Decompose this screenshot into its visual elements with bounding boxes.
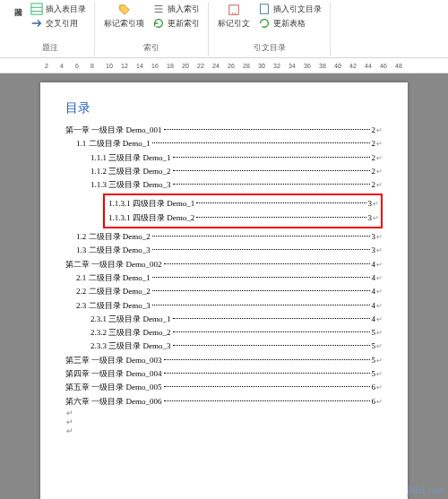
- insert-table-toc-label: 插入表目录: [46, 4, 86, 15]
- ribbon-group-caption: 阅读器 插入表目录 交叉引用 题注: [5, 2, 95, 56]
- paragraph-mark-icon: ↵: [66, 417, 383, 426]
- toc-entry-label: 1.1.1 三级目录 Demo_1: [90, 151, 171, 165]
- toc-entry-level3[interactable]: 1.1.3 三级目录 Demo_32↵: [90, 178, 383, 192]
- toc-entry-level2[interactable]: 1.1 二级目录 Demo_12↵: [76, 137, 383, 151]
- group-label-citation: 引文目录: [254, 42, 286, 56]
- toc-leader-dots: [164, 386, 370, 387]
- toc-leader-dots: [173, 318, 370, 319]
- highlight-annotation: 1.1.3.1 四级目录 Demo_13↵1.1.3.1 四级目录 Demo_2…: [103, 194, 383, 228]
- toc-entry-label: 1.1.3.1 四级目录 Demo_2: [108, 211, 194, 225]
- cross-ref-icon: [30, 17, 43, 30]
- toc-entry-label: 第六章 一级目录 Demo_006: [65, 395, 162, 409]
- toc-entry-label: 1.1.3 三级目录 Demo_3: [90, 178, 171, 192]
- tag-icon: [118, 4, 131, 16]
- toc-entry-level1[interactable]: 第二章 一级目录 Demo_0024↵: [65, 258, 383, 271]
- mark-index-button[interactable]: 标记索引项: [102, 2, 146, 31]
- toc-entry-level1[interactable]: 第六章 一级目录 Demo_0066↵: [65, 395, 383, 409]
- horizontal-ruler[interactable]: 2468101214161820222426283032343638404244…: [0, 58, 448, 73]
- toc-page-number: 6: [372, 395, 376, 409]
- toc-entry-level4[interactable]: 1.1.3.1 四级目录 Demo_13↵: [108, 197, 379, 211]
- toc-entry-level2[interactable]: 2.2 二级目录 Demo_24↵: [76, 285, 383, 298]
- toc-entry-label: 第五章 一级目录 Demo_005: [65, 381, 162, 394]
- toc-entry-level2[interactable]: 1.2 二级目录 Demo_23↵: [76, 230, 383, 244]
- ruler-tick: 14: [136, 63, 143, 69]
- mark-index-label: 标记索引项: [104, 18, 144, 30]
- toc-entry-level3[interactable]: 2.3.1 三级目录 Demo_14↵: [90, 313, 383, 326]
- paragraph-mark-icon: ↵: [376, 166, 383, 178]
- svg-text:,,: ,,: [232, 6, 237, 15]
- toc-entry-level2[interactable]: 2.3 二级目录 Demo_34↵: [76, 299, 383, 313]
- mark-citation-button[interactable]: ,,标记引文: [216, 2, 252, 31]
- paragraph-mark-icon: ↵: [376, 245, 383, 257]
- ruler-tick: 10: [106, 63, 113, 69]
- toc-page-number: 2: [372, 124, 376, 137]
- toc-title: 目录: [65, 100, 383, 116]
- toc-entry-label: 1.1.3.1 四级目录 Demo_1: [108, 197, 194, 211]
- toc-entry-level4[interactable]: 1.1.3.1 四级目录 Demo_23↵: [108, 211, 379, 225]
- toc-leader-dots: [173, 331, 370, 332]
- insert-index-button[interactable]: 插入索引: [151, 2, 201, 16]
- paragraph-mark-icon: ↵: [373, 198, 379, 211]
- refresh-icon: [258, 17, 271, 30]
- ruler-tick: 42: [349, 63, 357, 69]
- toc-entry-level3[interactable]: 1.1.2 三级目录 Demo_22↵: [90, 165, 383, 178]
- toc-leader-dots: [152, 142, 370, 143]
- paragraph-mark-icon: ↵: [376, 382, 383, 394]
- toc-entry-level1[interactable]: 第五章 一级目录 Demo_0056↵: [65, 381, 383, 394]
- group-label-caption: 题注: [42, 42, 58, 56]
- paragraph-mark-icon: ↵: [373, 212, 379, 225]
- update-table-button[interactable]: 更新表格: [257, 16, 323, 30]
- ribbon: 阅读器 插入表目录 交叉引用 题注 标记索引项 插入索引 更新索引 索引 ,,标…: [0, 0, 448, 58]
- toc-entry-label: 1.1.2 三级目录 Demo_2: [90, 165, 171, 178]
- paragraph-mark-icon: ↵: [376, 259, 383, 271]
- toc-entry-level2[interactable]: 2.1 二级目录 Demo_14↵: [76, 271, 383, 285]
- toc-entry-level3[interactable]: 1.1.1 三级目录 Demo_12↵: [90, 151, 383, 165]
- paragraph-mark-icon: ↵: [376, 300, 383, 313]
- toc-leader-dots: [196, 202, 366, 203]
- paragraph-mark-icon: ↵: [376, 396, 383, 409]
- update-index-button[interactable]: 更新索引: [151, 16, 201, 30]
- paragraph-mark-icon: ↵: [376, 368, 383, 381]
- toc-leader-dots: [152, 277, 370, 278]
- toc-entry-level2[interactable]: 1.3 二级目录 Demo_33↵: [76, 244, 383, 257]
- cross-ref-label: 交叉引用: [46, 18, 78, 30]
- toc-entry-label: 1.2 二级目录 Demo_2: [76, 230, 151, 244]
- paragraph-mark-icon: ↵: [376, 314, 383, 326]
- toc-page-number: 5: [372, 367, 376, 381]
- ruler-tick: 48: [395, 63, 402, 69]
- paragraph-mark-icon: ↵: [376, 125, 383, 137]
- paragraph-mark-icon: ↵: [376, 327, 383, 340]
- toc-leader-dots: [152, 236, 370, 237]
- paragraph-mark-icon: ↵: [66, 409, 383, 417]
- toc-page-number: 5: [372, 340, 376, 353]
- toc-entry-level1[interactable]: 第三章 一级目录 Demo_0035↵: [65, 354, 383, 367]
- toc-entry-level3[interactable]: 2.3.2 三级目录 Demo_25↵: [90, 326, 383, 340]
- insert-cit-toc-button[interactable]: 插入引文目录: [257, 2, 323, 16]
- insert-cit-toc-label: 插入引文目录: [273, 4, 322, 15]
- ruler-tick: 16: [151, 63, 159, 69]
- toc-page-number: 4: [372, 313, 376, 326]
- insert-table-toc-button[interactable]: 插入表目录: [30, 2, 87, 16]
- toc-leader-dots: [152, 290, 370, 291]
- toc-entry-label: 2.3.1 三级目录 Demo_1: [90, 313, 171, 326]
- toc-entry-level3[interactable]: 2.3.3 三级目录 Demo_35↵: [90, 340, 383, 353]
- toc-entry-level1[interactable]: 第四章 一级目录 Demo_0045↵: [65, 367, 383, 381]
- ruler-tick: 18: [167, 63, 174, 69]
- toc-page-number: 2: [372, 165, 376, 178]
- toc-leader-dots: [164, 400, 370, 401]
- toc-leader-dots: [164, 359, 370, 360]
- document-workspace[interactable]: 目录 第一章 一级目录 Demo_0012↵1.1 二级目录 Demo_12↵1…: [0, 73, 448, 499]
- toc-page-number: 5: [372, 326, 376, 340]
- toc-entry-level1[interactable]: 第一章 一级目录 Demo_0012↵: [65, 124, 383, 137]
- ruler-tick: 30: [258, 63, 265, 69]
- toc-entry-label: 第一章 一级目录 Demo_001: [65, 124, 162, 137]
- ruler-tick: 20: [182, 63, 189, 69]
- ruler-tick: 46: [380, 63, 387, 69]
- cross-ref-button[interactable]: 交叉引用: [30, 16, 87, 30]
- toc-leader-dots: [164, 373, 370, 374]
- update-table-label: 更新表格: [273, 18, 306, 30]
- toc-entry-label: 2.1 二级目录 Demo_1: [76, 271, 151, 285]
- paragraph-mark-icon: ↵: [376, 138, 383, 151]
- paragraph-mark-icon: ↵: [376, 231, 383, 244]
- update-index-label: 更新索引: [168, 18, 200, 30]
